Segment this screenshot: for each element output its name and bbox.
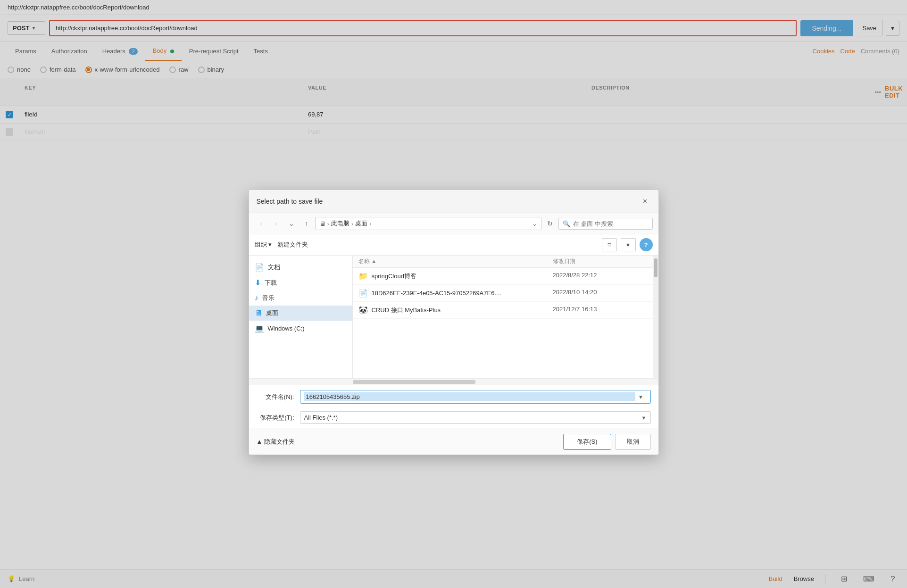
filetype-select[interactable]: All Files (*.*) ▼ (300, 411, 651, 424)
dialog-cancel-button[interactable]: 取消 (615, 434, 651, 450)
nav-back-button[interactable]: ‹ (255, 217, 268, 230)
dialog-overlay: Select path to save file × ‹ › ⌄ ↑ 🖥 › 此… (0, 0, 907, 588)
nav-forward-button[interactable]: › (270, 217, 283, 230)
filetype-chevron-icon: ▼ (641, 415, 647, 421)
nav-refresh-button[interactable]: ↻ (543, 217, 557, 230)
filetype-label: 保存类型(T): (257, 414, 294, 422)
search-icon: 🔍 (563, 220, 570, 227)
filename-dropdown-icon[interactable]: ▼ (635, 394, 647, 400)
col-name-header[interactable]: 名称 ▲ (358, 257, 553, 265)
docs-icon: 📄 (255, 263, 264, 272)
filename-input-wrap[interactable]: ▼ (300, 390, 651, 404)
view-list-button[interactable]: ≡ (602, 238, 617, 251)
search-input[interactable] (573, 220, 644, 227)
breadcrumb-dropdown-icon[interactable]: ⌄ (532, 220, 537, 227)
breadcrumb-computer-label: 此电脑 (331, 219, 349, 228)
downloads-icon: ⬇ (255, 278, 261, 287)
vertical-scrollbar[interactable] (653, 256, 658, 378)
file-row-18d[interactable]: 📄 18D626EF-239E-4e05-AC15-97052269A7E6..… (353, 285, 653, 302)
help-button[interactable]: ? (640, 238, 653, 251)
dialog-close-button[interactable]: × (640, 196, 651, 207)
col-date-header[interactable]: 修改日期 (553, 257, 647, 265)
dialog-title: Select path to save file (257, 198, 323, 205)
file-sidebar: 📄 文档 ⬇ 下载 ♪ 音乐 🖥 桌面 (249, 256, 353, 378)
desktop-icon: 🖥 (255, 309, 262, 317)
sidebar-item-desktop[interactable]: 🖥 桌面 (249, 306, 352, 321)
breadcrumb-computer: 🖥 (319, 220, 325, 227)
file-row-springcloud[interactable]: 📁 springCloud博客 2022/8/28 22:12 (353, 268, 653, 285)
file-main-area: 名称 ▲ 修改日期 📁 springCloud博客 2022/8/28 22:1… (353, 256, 653, 378)
music-icon: ♪ (255, 294, 258, 302)
sidebar-item-downloads[interactable]: ⬇ 下载 (249, 275, 352, 290)
organize-button[interactable]: 组织 ▾ (255, 240, 272, 249)
sidebar-item-music[interactable]: ♪ 音乐 (249, 290, 352, 306)
breadcrumb-nav[interactable]: 🖥 › 此电脑 › 桌面 › ⌄ (315, 217, 541, 230)
search-box[interactable]: 🔍 (558, 218, 653, 230)
folder-icon: 📁 (358, 272, 368, 281)
img-icon: 🐼 (358, 306, 368, 315)
breadcrumb-desktop: 桌面 (355, 219, 367, 228)
new-folder-button[interactable]: 新建文件夹 (277, 240, 308, 249)
nav-dropdown-button[interactable]: ⌄ (285, 217, 298, 230)
nav-up-button[interactable]: ↑ (300, 217, 313, 230)
file-save-dialog: Select path to save file × ‹ › ⌄ ↑ 🖥 › 此… (249, 190, 659, 455)
dialog-save-button[interactable]: 保存(S) (563, 434, 611, 450)
horizontal-scrollbar[interactable] (249, 378, 658, 385)
filename-input[interactable] (304, 392, 635, 401)
sidebar-item-docs[interactable]: 📄 文档 (249, 259, 352, 275)
hidden-folder-toggle[interactable]: ▲ 隐藏文件夹 (257, 438, 295, 446)
doc-icon: 📄 (358, 289, 368, 298)
sidebar-item-drive-c[interactable]: 💻 Windows (C:) (249, 321, 352, 336)
file-row-crud[interactable]: 🐼 CRUD 接口 MyBatis-Plus 2021/12/7 16:13 (353, 302, 653, 319)
drive-c-icon: 💻 (255, 324, 264, 333)
view-dropdown-button[interactable]: ▾ (621, 238, 636, 251)
filename-label: 文件名(N): (257, 393, 294, 401)
